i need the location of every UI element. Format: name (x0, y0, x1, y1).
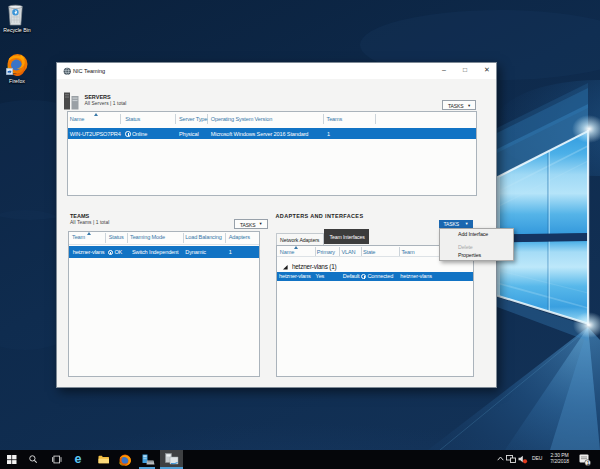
svg-text:1: 1 (587, 460, 590, 466)
